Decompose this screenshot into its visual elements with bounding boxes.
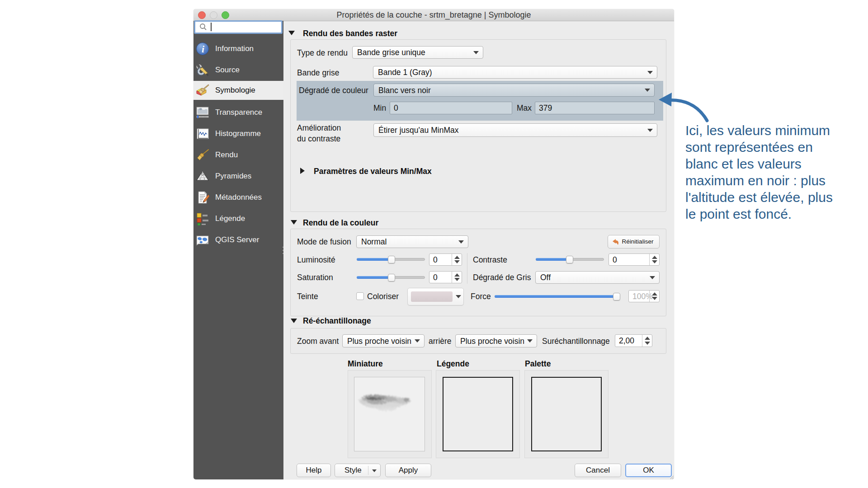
svg-text:i: i [202,43,205,55]
